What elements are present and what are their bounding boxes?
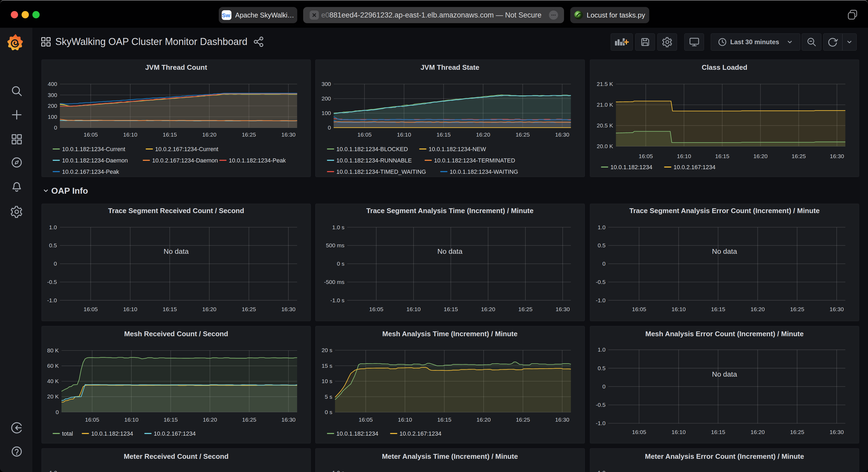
- svg-text:16:25: 16:25: [790, 429, 804, 435]
- svg-text:10.0.1.182:1234-BLOCKED: 10.0.1.182:1234-BLOCKED: [336, 146, 408, 153]
- svg-text:16:10: 16:10: [397, 132, 411, 138]
- svg-text:16:15: 16:15: [711, 429, 725, 435]
- svg-text:100: 100: [48, 114, 57, 120]
- svg-text:16:15: 16:15: [444, 306, 458, 312]
- svg-text:10.0.1.182:1234-TIMED_WAITING: 10.0.1.182:1234-TIMED_WAITING: [336, 169, 426, 175]
- svg-text:1.0: 1.0: [598, 346, 606, 352]
- svg-text:16:20: 16:20: [751, 306, 765, 312]
- svg-text:Trace Segment Analysis Time (I: Trace Segment Analysis Time (Increment) …: [366, 207, 533, 215]
- svg-text:200: 200: [321, 95, 331, 102]
- svg-text:10.0.2.167:1234-Daemon: 10.0.2.167:1234-Daemon: [152, 157, 218, 164]
- svg-text:20.5 K: 20.5 K: [597, 122, 613, 129]
- svg-text:10.0.1.182:1234-Peak: 10.0.1.182:1234-Peak: [229, 157, 286, 164]
- svg-text:Meter Analysis Error Count (In: Meter Analysis Error Count (Increment) /…: [645, 452, 804, 461]
- svg-text:16:30: 16:30: [281, 306, 296, 312]
- svg-text:1.0: 1.0: [598, 224, 606, 230]
- svg-text:10.0.1.182:1234: 10.0.1.182:1234: [611, 164, 652, 171]
- svg-text:16:20: 16:20: [751, 429, 765, 435]
- svg-text:16:10: 16:10: [677, 153, 691, 159]
- svg-text:300: 300: [321, 81, 331, 87]
- svg-text:Class Loaded: Class Loaded: [702, 63, 747, 71]
- svg-text:0.5: 0.5: [49, 242, 57, 248]
- svg-text:16:15: 16:15: [715, 153, 730, 159]
- svg-text:300: 300: [48, 92, 57, 98]
- svg-text:Trace Segment Analysis Error C: Trace Segment Analysis Error Count (Incr…: [629, 207, 820, 215]
- svg-text:1.0: 1.0: [49, 224, 57, 230]
- svg-text:16:30: 16:30: [830, 429, 844, 435]
- svg-text:10.0.1.182:1234: 10.0.1.182:1234: [336, 431, 378, 437]
- svg-text:JVM Thread State: JVM Thread State: [421, 63, 479, 71]
- svg-text:16:05: 16:05: [84, 132, 98, 138]
- svg-text:20.0 K: 20.0 K: [597, 143, 613, 149]
- svg-text:-0.5: -0.5: [596, 279, 606, 285]
- svg-text:100: 100: [321, 110, 331, 116]
- svg-text:16:25: 16:25: [519, 306, 533, 312]
- svg-text:80 K: 80 K: [47, 347, 59, 353]
- svg-text:Mesh Analysis Error Count (Inc: Mesh Analysis Error Count (Increment) / …: [645, 330, 804, 338]
- svg-text:16:10: 16:10: [398, 416, 412, 423]
- svg-text:Meter Analysis Time (Increment: Meter Analysis Time (Increment) / Minute: [382, 452, 518, 461]
- svg-text:16:30: 16:30: [281, 132, 296, 138]
- svg-text:16:05: 16:05: [358, 132, 372, 138]
- svg-text:16:05: 16:05: [359, 416, 373, 423]
- svg-text:0.5: 0.5: [598, 365, 606, 371]
- svg-text:16:25: 16:25: [242, 306, 256, 312]
- svg-text:16:20: 16:20: [753, 153, 768, 159]
- svg-text:1.0: 1.0: [598, 470, 606, 472]
- svg-text:16:15: 16:15: [711, 306, 725, 312]
- svg-text:10.0.1.182:1234-TERMINATED: 10.0.1.182:1234-TERMINATED: [434, 157, 515, 164]
- svg-text:15 s: 15 s: [321, 363, 332, 369]
- svg-text:16:25: 16:25: [792, 153, 806, 159]
- svg-text:10.0.1.182:1234-Current: 10.0.1.182:1234-Current: [62, 146, 125, 153]
- svg-text:16:10: 16:10: [672, 429, 686, 435]
- svg-text:0: 0: [328, 125, 331, 131]
- svg-text:10.0.1.182:1234-RUNNABLE: 10.0.1.182:1234-RUNNABLE: [336, 157, 412, 164]
- svg-text:0 s: 0 s: [337, 261, 344, 267]
- svg-text:16:30: 16:30: [281, 416, 296, 423]
- svg-text:16:05: 16:05: [639, 153, 653, 159]
- svg-text:21.5 K: 21.5 K: [597, 81, 613, 87]
- svg-text:-1.0: -1.0: [47, 297, 57, 303]
- svg-text:16:25: 16:25: [790, 306, 804, 312]
- svg-text:-500 ms: -500 ms: [324, 279, 344, 285]
- svg-text:Meter Received Count / Second: Meter Received Count / Second: [124, 452, 229, 461]
- svg-text:40 K: 40 K: [47, 378, 59, 384]
- svg-text:60 K: 60 K: [47, 363, 59, 369]
- svg-text:21.0 K: 21.0 K: [597, 102, 613, 108]
- svg-text:0: 0: [54, 125, 57, 131]
- svg-text:16:25: 16:25: [516, 132, 530, 138]
- svg-text:JVM Thread Count: JVM Thread Count: [145, 63, 207, 71]
- svg-text:16:20: 16:20: [476, 416, 491, 423]
- svg-text:16:25: 16:25: [516, 416, 530, 423]
- svg-text:10.0.2.167:1234: 10.0.2.167:1234: [400, 431, 441, 437]
- svg-text:-1.0 s: -1.0 s: [330, 297, 344, 303]
- svg-text:10 s: 10 s: [321, 378, 332, 384]
- svg-text:20 s: 20 s: [321, 347, 332, 353]
- svg-text:No data: No data: [712, 370, 737, 378]
- svg-text:16:20: 16:20: [202, 132, 217, 138]
- svg-text:Mesh Analysis Time (Increment): Mesh Analysis Time (Increment) / Minute: [382, 330, 517, 338]
- svg-text:16:30: 16:30: [555, 132, 569, 138]
- svg-text:16:10: 16:10: [123, 132, 137, 138]
- svg-text:10.0.1.182:1234: 10.0.1.182:1234: [91, 431, 133, 437]
- svg-text:16:30: 16:30: [556, 306, 570, 312]
- svg-text:0 s: 0 s: [325, 409, 332, 415]
- svg-text:16:30: 16:30: [830, 153, 844, 159]
- svg-text:No data: No data: [712, 247, 737, 256]
- svg-text:16:15: 16:15: [163, 416, 178, 423]
- svg-text:16:30: 16:30: [830, 306, 844, 312]
- svg-text:1.0: 1.0: [49, 470, 57, 472]
- svg-text:-0.5: -0.5: [47, 279, 57, 285]
- svg-text:10.0.2.167:1234: 10.0.2.167:1234: [154, 431, 195, 437]
- svg-text:10.0.1.182:1234-NEW: 10.0.1.182:1234-NEW: [429, 146, 486, 153]
- svg-text:No data: No data: [164, 247, 189, 256]
- svg-text:16:15: 16:15: [436, 132, 451, 138]
- svg-text:-1.0: -1.0: [596, 420, 606, 426]
- svg-text:16:20: 16:20: [481, 306, 495, 312]
- svg-text:16:25: 16:25: [242, 132, 256, 138]
- svg-text:200: 200: [48, 103, 57, 109]
- svg-text:16:25: 16:25: [242, 416, 256, 423]
- svg-text:1.0 s: 1.0 s: [332, 224, 344, 230]
- svg-text:16:10: 16:10: [406, 306, 421, 312]
- svg-text:1.0 s: 1.0 s: [332, 470, 344, 472]
